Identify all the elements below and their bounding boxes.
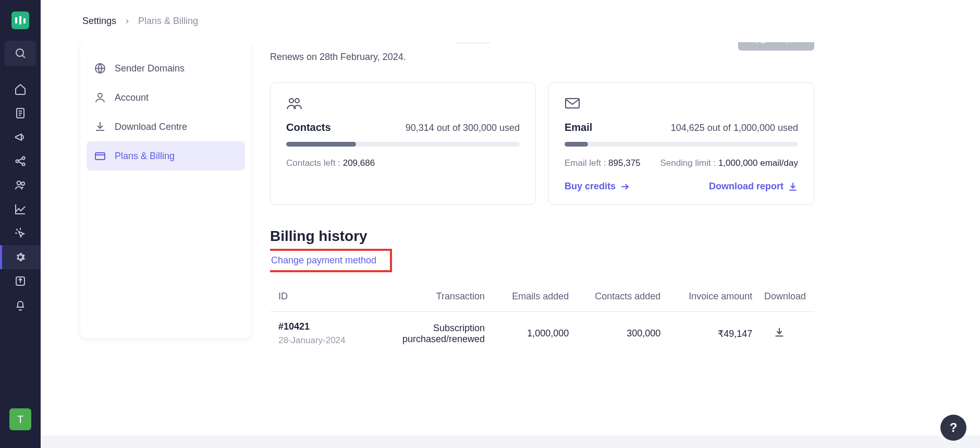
document-icon — [14, 107, 27, 119]
breadcrumb: Settings Plans & Billing — [41, 0, 980, 42]
table-header: ID Transaction Emails added Contacts add… — [270, 282, 814, 312]
emails-added-value: 1,000,000 — [485, 328, 569, 339]
cursor-click-icon — [14, 227, 27, 239]
download-report-link[interactable]: Download report — [709, 181, 798, 192]
download-invoice-button[interactable] — [774, 326, 785, 341]
nav-settings[interactable] — [0, 245, 41, 269]
chevron-right-icon — [124, 18, 131, 25]
svg-line-16 — [16, 229, 18, 231]
table-row: #10421 28-January-2024 Subscription purc… — [270, 312, 814, 355]
nav-rail: T — [0, 0, 41, 448]
contacts-label: Contacts — [286, 122, 331, 134]
nav-integrations[interactable] — [0, 269, 41, 293]
settings-sidebar: Sender Domains Account Download Centre — [80, 42, 251, 338]
plan-title: Current Plan : Platinum — [270, 42, 444, 45]
status-badge: Active — [451, 42, 494, 43]
search-icon — [14, 47, 27, 59]
billing-content: Current Plan : Platinum Active Renews on… — [270, 42, 823, 448]
contacts-progress-fill — [286, 142, 356, 147]
contacts-card: Contacts 90,314 out of 300,000 used Cont… — [270, 82, 536, 205]
invoice-id: #10421 — [278, 321, 385, 332]
breadcrumb-current: Plans & Billing — [138, 16, 198, 27]
gear-icon — [15, 251, 26, 263]
svg-line-12 — [18, 159, 22, 161]
email-progress — [565, 142, 798, 147]
app-logo[interactable] — [11, 11, 29, 29]
svg-point-15 — [21, 182, 24, 185]
col-download: Download — [752, 291, 806, 302]
globe-icon — [94, 62, 106, 75]
credit-card-icon — [94, 150, 106, 162]
help-icon: ? — [950, 420, 958, 435]
sidebar-item-account[interactable]: Account — [87, 83, 245, 112]
col-contacts-added: Contacts added — [569, 291, 660, 302]
email-icon — [565, 96, 798, 112]
people-icon — [286, 96, 520, 112]
svg-point-22 — [98, 93, 102, 98]
help-button[interactable]: ? — [940, 415, 966, 441]
plan-title-row: Current Plan : Platinum Active — [270, 42, 494, 45]
nav-home[interactable] — [0, 77, 41, 101]
email-card: Email 104,625 out of 1,000,000 used Emai… — [548, 82, 814, 205]
svg-rect-23 — [95, 153, 105, 160]
contacts-added-value: 300,000 — [569, 328, 660, 339]
svg-point-14 — [17, 181, 21, 185]
billing-history-title: Billing history — [270, 228, 814, 245]
buy-credits-link[interactable]: Buy credits — [565, 181, 630, 192]
upgrade-plan-button[interactable]: Upgrade plan — [738, 42, 814, 51]
nav-automation[interactable] — [0, 221, 41, 245]
svg-rect-27 — [566, 99, 579, 108]
download-icon — [774, 326, 785, 338]
col-invoice-amount: Invoice amount — [660, 291, 752, 302]
renewal-text: Renews on 28th February, 2024. — [270, 52, 494, 63]
widget-icon — [14, 275, 27, 287]
share-icon — [14, 155, 27, 167]
nav-templates[interactable] — [0, 101, 41, 125]
sidebar-item-plans-billing[interactable]: Plans & Billing — [87, 141, 245, 171]
chart-icon — [14, 203, 27, 215]
billing-table: ID Transaction Emails added Contacts add… — [270, 282, 814, 355]
nav-analytics[interactable] — [0, 197, 41, 221]
sidebar-item-label: Sender Domains — [115, 63, 185, 74]
col-emails-added: Emails added — [485, 291, 569, 302]
footer-strip — [41, 435, 980, 448]
sidebar-item-label: Plans & Billing — [115, 151, 175, 162]
sidebar-item-sender-domains[interactable]: Sender Domains — [87, 54, 245, 83]
svg-point-25 — [289, 99, 293, 103]
bell-icon — [14, 299, 27, 311]
arrow-right-icon — [620, 181, 630, 192]
sidebar-item-download-centre[interactable]: Download Centre — [87, 112, 245, 141]
sending-limit: Sending limit : 1,000,000 email/day — [660, 158, 798, 168]
download-icon — [788, 181, 798, 192]
people-icon — [14, 179, 27, 191]
change-payment-method-link[interactable]: Change payment method — [271, 255, 376, 265]
nav-search-button[interactable] — [5, 41, 36, 66]
home-icon — [14, 83, 27, 95]
col-id: ID — [278, 291, 385, 302]
user-avatar[interactable]: T — [9, 408, 31, 430]
sidebar-item-label: Download Centre — [115, 122, 187, 132]
col-transaction: Transaction — [385, 291, 485, 302]
transaction-text: Subscription purchased/renewed — [385, 323, 485, 345]
sidebar-item-label: Account — [115, 92, 149, 103]
email-label: Email — [565, 122, 592, 134]
contacts-usage: 90,314 out of 300,000 used — [406, 123, 520, 134]
email-progress-fill — [565, 142, 588, 147]
invoice-amount-value: ₹49,147 — [660, 328, 752, 340]
invoice-date: 28-January-2024 — [278, 335, 385, 346]
nav-contacts[interactable] — [0, 173, 41, 197]
change-payment-highlight: Change payment method — [270, 249, 392, 272]
contacts-left: Contacts left : 209,686 — [286, 158, 375, 168]
nav-campaigns[interactable] — [0, 125, 41, 149]
avatar-letter: T — [17, 414, 23, 426]
megaphone-icon — [14, 131, 27, 143]
download-icon — [94, 120, 106, 133]
contacts-progress — [286, 142, 520, 147]
nav-share[interactable] — [0, 149, 41, 173]
svg-line-13 — [18, 162, 22, 164]
nav-notifications[interactable] — [0, 293, 41, 317]
breadcrumb-root[interactable]: Settings — [82, 16, 116, 27]
svg-line-4 — [23, 56, 26, 58]
email-usage: 104,625 out of 1,000,000 used — [671, 123, 798, 134]
email-left: Email left : 895,375 — [565, 158, 641, 168]
